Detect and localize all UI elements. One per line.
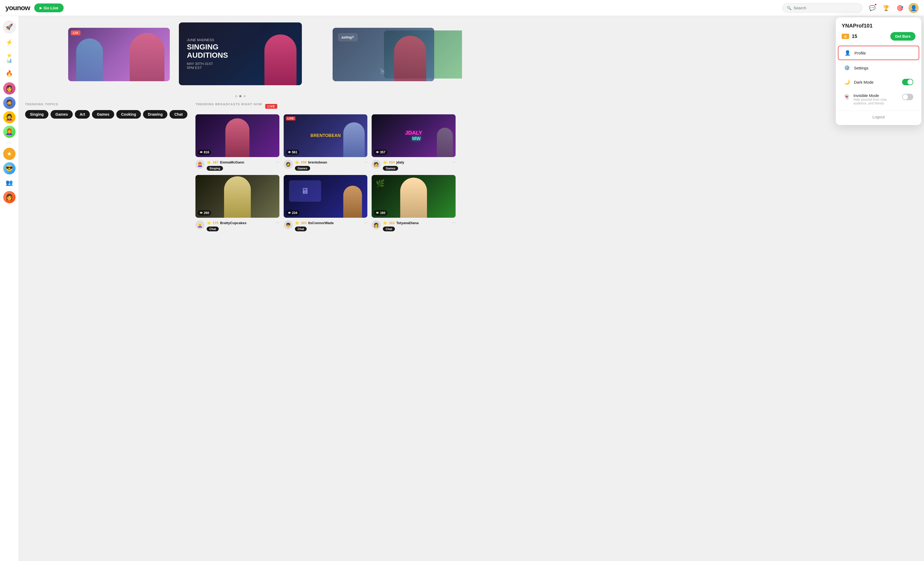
broadcast-card-2[interactable]: BRENTOBEAN LIVE 👁 561 🧔 — [284, 114, 368, 171]
go-live-button[interactable]: Go Live — [34, 3, 64, 12]
carousel-date: MAY 30TH-31ST5PM EST — [187, 62, 294, 70]
broadcast-info-2: 🧔 ⭐ 256 brentobean ··· Games — [284, 160, 368, 171]
broadcast-meta-2: ⭐ 256 brentobean ··· Games — [295, 160, 368, 171]
category-tag-2[interactable]: Games — [295, 166, 310, 171]
broadcast-meta-5: ⭐ 163 ItsConnorWade ··· Chat — [295, 220, 368, 231]
live-indicator-2: LIVE — [286, 117, 296, 120]
broadcast-meta-6: ⭐ 162 TetyanaDiana ··· Chat — [383, 220, 456, 231]
broadcast-meta-3: ⭐ 204 jdaly ··· Games — [383, 160, 456, 171]
coin-icon-4: ⭐ — [207, 221, 211, 225]
broadcast-thumb-1: 👁 816 — [195, 114, 279, 157]
carousel-item-left[interactable]: LIV — [68, 28, 170, 81]
sidebar-favorites[interactable]: ★ — [3, 148, 15, 160]
category-tag-4[interactable]: Chat — [207, 227, 218, 231]
topic-games-1[interactable]: Games — [51, 110, 73, 119]
eye-icon-3: 👁 — [376, 151, 379, 154]
broadcast-thumb-3: JDALY MW 👁 357 — [372, 114, 456, 157]
broadcast-card-4[interactable]: 👁 260 👱‍♀️ ⭐ 175 BrattyCupcakes ··· — [195, 175, 279, 231]
broadcasts-title: TRENDING BROADCASTS RIGHT NOW — [195, 103, 262, 106]
sidebar-item-featured[interactable]: ⚡ — [3, 36, 16, 49]
more-button-2[interactable]: ··· — [364, 160, 368, 165]
sidebar-item-stars[interactable]: ⭐ 📊 — [3, 51, 16, 65]
broadcast-thumb-4: 👁 260 — [195, 175, 279, 218]
viewers-badge-6: 👁 160 — [374, 210, 387, 215]
viewers-count-3: 357 — [380, 150, 385, 154]
broadcast-card-5[interactable]: 🖥 👁 234 👦 — [284, 175, 368, 231]
viewers-badge-4: 👁 260 — [198, 210, 211, 215]
broadcaster-name-row-6: ⭐ 162 TetyanaDiana ··· — [383, 220, 456, 225]
sidebar-avatar-4[interactable]: 👩‍🦰 — [3, 126, 15, 138]
broadcasts-header: TRENDING BROADCASTS RIGHT NOW LIVE — [195, 103, 456, 110]
coin-icon-6: ⭐ — [383, 221, 387, 225]
broadcast-thumb-5: 🖥 👁 234 — [284, 175, 368, 218]
category-tag-3[interactable]: Games — [383, 166, 398, 171]
broadcaster-name-row-2: ⭐ 256 brentobean ··· — [295, 160, 368, 165]
topic-games-2[interactable]: Games — [92, 110, 114, 119]
viewers-badge-2: 👁 561 — [286, 150, 300, 155]
broadcaster-avatar-6: 👩 — [372, 220, 381, 229]
eye-icon-2: 👁 — [288, 151, 291, 154]
broadcasts-live-badge: LIVE — [265, 104, 277, 109]
broadcaster-score-5: 163 — [301, 221, 307, 225]
topic-drawing[interactable]: Drawing — [143, 110, 167, 119]
broadcaster-name-row-4: ⭐ 175 BrattyCupcakes ··· — [207, 220, 279, 225]
broadcaster-avatar-4: 👱‍♀️ — [195, 220, 204, 229]
sidebar-friends[interactable]: 👥 — [3, 177, 15, 189]
viewers-badge-5: 👁 234 — [286, 210, 300, 215]
sidebar-avatar-3[interactable]: 👩‍🦱 — [3, 111, 15, 123]
broadcast-card-6[interactable]: 🌿 👁 160 👩 ⭐ 162 — [372, 175, 456, 231]
viewers-count-4: 260 — [204, 211, 209, 215]
star-favorites-icon: ★ — [7, 150, 12, 157]
topic-art[interactable]: Art — [75, 110, 90, 119]
sidebar-item-fire[interactable]: 🔥 — [3, 67, 16, 80]
more-button-3[interactable]: ··· — [452, 160, 456, 165]
broadcaster-avatar-5: 👦 — [284, 220, 293, 229]
broadcaster-name-2: brentobean — [308, 160, 363, 164]
broadcast-info-3: 🧑 ⭐ 204 jdaly ··· Games — [372, 160, 456, 171]
carousel: LIV JUNE MADNESS SINGINGAUDITIONS MAY 30… — [25, 22, 456, 92]
sidebar-avatar-2[interactable]: 🧔 — [3, 97, 15, 109]
friends-icon: 👥 — [6, 179, 13, 186]
coin-icon-3: ⭐ — [383, 160, 387, 164]
header: younow Go Live 🔍 💬 🏆 🎯 👤 — [0, 0, 462, 16]
topic-cooking[interactable]: Cooking — [116, 110, 141, 119]
broadcaster-name-5: ItsConnorWade — [308, 221, 363, 225]
live-badge-left: LIV — [71, 30, 81, 35]
broadcast-info-1: 👩‍🦰 ⭐ 167 EmmaMcGann ··· Singing — [195, 160, 279, 171]
category-tag-5[interactable]: Chat — [295, 227, 307, 231]
category-tag-1[interactable]: Singing — [207, 166, 223, 171]
main-content: LIV JUNE MADNESS SINGINGAUDITIONS MAY 30… — [19, 16, 462, 238]
broadcast-thumb-2: BRENTOBEAN LIVE 👁 561 — [284, 114, 368, 157]
broadcast-card-1[interactable]: 👁 816 👩‍🦰 ⭐ 167 EmmaMcGann ··· — [195, 114, 279, 171]
carousel-dot-2[interactable] — [239, 95, 242, 97]
carousel-subtitle: JUNE MADNESS — [187, 38, 294, 42]
carousel-dot-3[interactable] — [244, 95, 246, 97]
sidebar-avatar-6[interactable]: 👩 — [3, 191, 15, 203]
carousel-item-main[interactable]: JUNE MADNESS SINGINGAUDITIONS MAY 30TH-3… — [179, 22, 302, 85]
more-button-4[interactable]: ··· — [276, 220, 279, 225]
coin-icon-5: ⭐ — [295, 221, 299, 225]
sidebar-avatar-1[interactable]: 👩 — [3, 82, 15, 94]
broadcaster-score-4: 175 — [213, 221, 218, 225]
carousel-item-right[interactable]: asting? 🖱 — [333, 28, 434, 81]
viewers-badge-1: 👁 816 — [198, 150, 211, 155]
broadcast-meta-4: ⭐ 175 BrattyCupcakes ··· Chat — [207, 220, 279, 231]
eye-icon-4: 👁 — [200, 211, 202, 214]
logo: younow — [5, 4, 30, 12]
trending-broadcasts: TRENDING BROADCASTS RIGHT NOW LIVE 👁 816 — [195, 103, 456, 231]
topic-singing[interactable]: Singing — [25, 110, 48, 119]
sidebar-more-dots[interactable]: ··· — [6, 140, 12, 146]
broadcast-card-3[interactable]: JDALY MW 👁 357 🧑 — [372, 114, 456, 171]
topic-chat[interactable]: Chat — [170, 110, 188, 119]
sidebar-item-trending[interactable]: 🚀 — [3, 20, 16, 34]
more-button-1[interactable]: ··· — [276, 160, 279, 165]
carousel-dot-1[interactable] — [235, 95, 237, 97]
broadcasts-grid: 👁 816 👩‍🦰 ⭐ 167 EmmaMcGann ··· — [195, 114, 456, 231]
viewers-count-2: 561 — [292, 150, 297, 154]
more-button-6[interactable]: ··· — [452, 220, 456, 225]
trending-topics: TRENDING TOPICS Singing Games Art Games … — [25, 103, 188, 231]
sidebar-avatar-5[interactable]: 😎 — [3, 162, 15, 174]
category-tag-6[interactable]: Chat — [383, 227, 394, 231]
eye-icon-6: 👁 — [376, 211, 379, 214]
more-button-5[interactable]: ··· — [364, 220, 368, 225]
